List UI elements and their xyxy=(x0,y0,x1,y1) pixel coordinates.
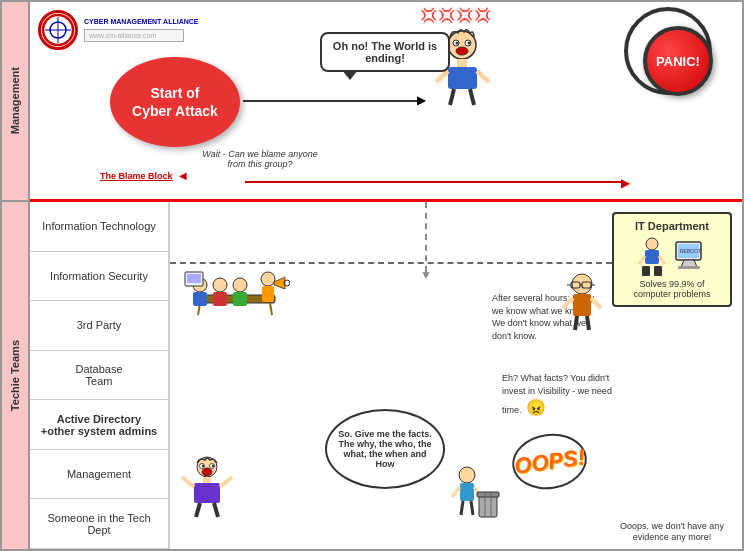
logo-input[interactable]: www.cm-alliance.com xyxy=(84,29,184,42)
cyber-attack-label: Start ofCyber Attack xyxy=(132,84,218,120)
svg-rect-33 xyxy=(654,266,662,276)
panic-button-container: PANIC! xyxy=(634,17,722,105)
svg-line-57 xyxy=(182,477,194,487)
it-person-glasses xyxy=(557,272,607,346)
it-dept-content: REBOOT xyxy=(622,236,722,276)
team-active-directory: Active Directory+other system admins xyxy=(30,400,168,450)
svg-rect-22 xyxy=(233,292,247,306)
svg-point-53 xyxy=(212,465,214,467)
team-information-security: Information Security xyxy=(30,252,168,302)
svg-rect-24 xyxy=(262,286,274,302)
teams-column: Information Technology Information Secur… xyxy=(30,202,170,549)
techie-right: ▼ xyxy=(170,202,742,549)
logo-circle xyxy=(38,10,78,50)
svg-rect-68 xyxy=(477,492,499,497)
team-information-technology: Information Technology xyxy=(30,202,168,252)
panic-label: PANIC! xyxy=(656,54,700,69)
svg-rect-37 xyxy=(678,266,700,269)
svg-rect-27 xyxy=(187,274,201,283)
eh-facts-text: Eh? What facts? You didn't invest in Vis… xyxy=(502,372,612,420)
svg-line-58 xyxy=(220,477,232,487)
management-section: CYBER MANAGEMENT ALLIANCE www.cm-allianc… xyxy=(30,2,742,202)
svg-text:REBOOT: REBOOT xyxy=(680,248,701,254)
svg-point-52 xyxy=(202,465,204,467)
arrow-right: ▶ xyxy=(243,100,418,102)
svg-point-5 xyxy=(456,42,459,45)
logo-subtitle: www.cm-alliance.com xyxy=(89,32,156,39)
oops-evidence-text: Ooops, we don't have any evidence any mo… xyxy=(612,521,732,544)
svg-point-28 xyxy=(646,238,658,250)
svg-line-46 xyxy=(591,298,601,308)
svg-point-61 xyxy=(459,467,475,483)
svg-point-6 xyxy=(468,42,471,45)
blame-block: The Blame Block ◀ xyxy=(100,170,187,181)
svg-rect-20 xyxy=(213,292,227,306)
svg-line-59 xyxy=(196,503,200,517)
svg-rect-18 xyxy=(193,292,207,306)
logo-area: CYBER MANAGEMENT ALLIANCE www.cm-allianc… xyxy=(38,10,198,50)
management-label: Management xyxy=(9,67,21,134)
svg-line-66 xyxy=(471,501,473,515)
team-someone-tech: Someone in the TechDept xyxy=(30,499,168,549)
so-facts-bubble: So. Give me the facts. The why, the who,… xyxy=(325,409,445,489)
manager-person-bottom xyxy=(180,455,235,529)
techie-section: Information Technology Information Secur… xyxy=(30,202,742,549)
svg-rect-62 xyxy=(460,483,474,501)
svg-point-21 xyxy=(233,278,247,292)
cyber-attack-box: Start ofCyber Attack xyxy=(110,57,240,147)
svg-line-10 xyxy=(436,71,448,82)
blame-line: ▶ xyxy=(245,181,622,183)
logo-text-area: CYBER MANAGEMENT ALLIANCE www.cm-allianc… xyxy=(84,18,198,41)
svg-point-23 xyxy=(261,272,275,286)
oh-no-text: Oh no! The World is ending! xyxy=(333,40,437,64)
svg-rect-29 xyxy=(645,250,659,264)
svg-point-54 xyxy=(202,468,212,476)
svg-rect-56 xyxy=(194,483,220,503)
it-dept-title: IT Department xyxy=(622,220,722,232)
techie-teams-label: Techie Teams xyxy=(9,340,21,411)
side-labels: Management Techie Teams xyxy=(2,2,30,549)
main-container: Management Techie Teams CYBER MANAG xyxy=(0,0,744,551)
svg-rect-8 xyxy=(457,59,467,67)
svg-rect-9 xyxy=(448,67,477,89)
team-database: DatabaseTeam xyxy=(30,351,168,401)
team-3rd-party: 3rd Party xyxy=(30,301,168,351)
oops-graphic: OOPS! xyxy=(512,434,587,489)
oh-no-speech-bubble: Oh no! The World is ending! xyxy=(320,32,450,72)
wait-text: Wait - Can we blame anyone from this gro… xyxy=(200,149,320,169)
svg-line-47 xyxy=(575,316,577,330)
team-management: Management xyxy=(30,450,168,500)
svg-line-13 xyxy=(470,89,474,105)
svg-line-65 xyxy=(461,501,463,515)
svg-rect-67 xyxy=(479,495,497,517)
management-label-area: Management xyxy=(2,2,28,202)
techie-label-area: Techie Teams xyxy=(2,202,28,549)
svg-rect-32 xyxy=(642,266,650,276)
logo-brand: CYBER MANAGEMENT ALLIANCE xyxy=(84,18,198,26)
content-area: CYBER MANAGEMENT ALLIANCE www.cm-allianc… xyxy=(30,2,742,549)
svg-line-16 xyxy=(270,303,272,315)
svg-line-30 xyxy=(639,256,645,264)
svg-point-7 xyxy=(456,47,468,55)
svg-line-11 xyxy=(477,71,489,82)
person-with-bin xyxy=(447,465,502,534)
stress-emojis: 💢💢💢💢 xyxy=(420,7,492,23)
svg-line-48 xyxy=(587,316,589,330)
svg-line-31 xyxy=(659,256,665,264)
blame-block-label: The Blame Block xyxy=(100,171,173,181)
svg-line-45 xyxy=(563,298,573,308)
svg-rect-55 xyxy=(203,477,211,483)
svg-line-12 xyxy=(450,89,454,105)
svg-line-60 xyxy=(214,503,218,517)
panic-area: PANIC! xyxy=(634,17,722,105)
svg-line-63 xyxy=(452,487,460,497)
oops-text: OOPS! xyxy=(513,444,587,480)
svg-point-19 xyxy=(213,278,227,292)
panic-button[interactable]: PANIC! xyxy=(643,26,713,96)
svg-rect-44 xyxy=(573,294,591,316)
it-dept-text: Solves 99.9% of computer problems xyxy=(622,279,722,299)
it-dept-box: IT Department xyxy=(612,212,732,307)
team-meeting-illustration xyxy=(180,257,290,341)
